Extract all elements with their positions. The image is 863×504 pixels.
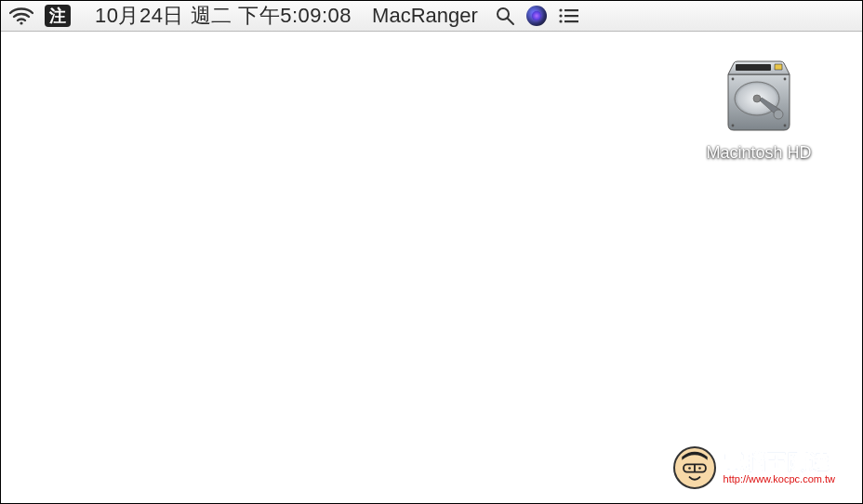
hard-disk-icon: [717, 54, 801, 138]
watermark-title: 電腦王阿達: [724, 451, 835, 473]
svg-point-13: [732, 78, 735, 81]
menubar: 注 10月24日 週二 下午5:09:08 MacRanger: [0, 0, 863, 32]
svg-rect-9: [736, 64, 771, 71]
desktop[interactable]: Macintosh HD 電腦王阿達 http://www.kocpc.com.…: [0, 32, 863, 504]
watermark-avatar-icon: [673, 446, 716, 489]
svg-rect-4: [564, 9, 578, 11]
svg-point-21: [698, 467, 701, 470]
svg-rect-8: [564, 20, 578, 22]
svg-point-20: [688, 467, 691, 470]
svg-line-2: [508, 19, 513, 24]
menubar-datetime[interactable]: 10月24日 週二 下午5:09:08: [95, 2, 352, 30]
siri-icon[interactable]: [526, 6, 547, 26]
svg-point-7: [559, 20, 562, 22]
svg-point-1: [498, 8, 509, 20]
svg-point-5: [559, 14, 562, 17]
svg-point-14: [784, 78, 787, 81]
spotlight-search-icon[interactable]: [495, 6, 515, 26]
svg-point-12: [774, 110, 783, 119]
svg-rect-6: [564, 15, 578, 17]
input-method-badge[interactable]: 注: [45, 5, 71, 27]
svg-point-3: [559, 8, 562, 11]
notification-center-icon[interactable]: [558, 7, 580, 25]
svg-point-15: [732, 125, 735, 127]
svg-point-0: [20, 21, 22, 24]
desktop-disk-label: Macintosh HD: [706, 143, 811, 163]
desktop-disk-item[interactable]: Macintosh HD: [694, 54, 824, 163]
wifi-icon[interactable]: [9, 7, 33, 25]
source-watermark: 電腦王阿達 http://www.kocpc.com.tw: [673, 446, 835, 489]
active-app-name[interactable]: MacRanger: [372, 4, 478, 28]
svg-point-11: [753, 95, 761, 102]
watermark-url: http://www.kocpc.com.tw: [724, 473, 835, 484]
svg-point-16: [784, 125, 787, 127]
